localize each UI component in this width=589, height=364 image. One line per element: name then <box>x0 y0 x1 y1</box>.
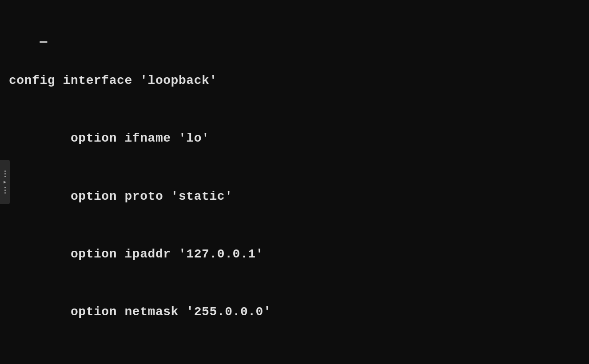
loopback-config-line: config interface 'loopback' <box>9 71 580 90</box>
loopback-option-proto: option proto 'static' <box>9 187 580 206</box>
sidebar-dot <box>4 187 6 188</box>
blank-line <box>9 360 580 364</box>
sidebar-dot <box>4 192 6 194</box>
sidebar-dot <box>4 176 6 177</box>
loopback-option-ifname: option ifname 'lo' <box>9 129 580 148</box>
code-content: — config interface 'loopback' option ifn… <box>9 13 580 364</box>
loopback-option-ipaddr: option ipaddr '127.0.0.1' <box>9 245 580 264</box>
loopback-option-netmask: option netmask '255.0.0.0' <box>9 302 580 321</box>
sidebar-dot <box>4 173 6 174</box>
sidebar-panel[interactable]: ▶ <box>0 160 10 204</box>
sidebar-dot <box>4 190 6 191</box>
sidebar-arrow-icon[interactable]: ▶ <box>4 179 6 185</box>
top-dash: — <box>40 35 47 49</box>
sidebar-dot <box>4 170 6 172</box>
terminal-window: ▶ — config interface 'loopback' option i… <box>0 0 589 364</box>
